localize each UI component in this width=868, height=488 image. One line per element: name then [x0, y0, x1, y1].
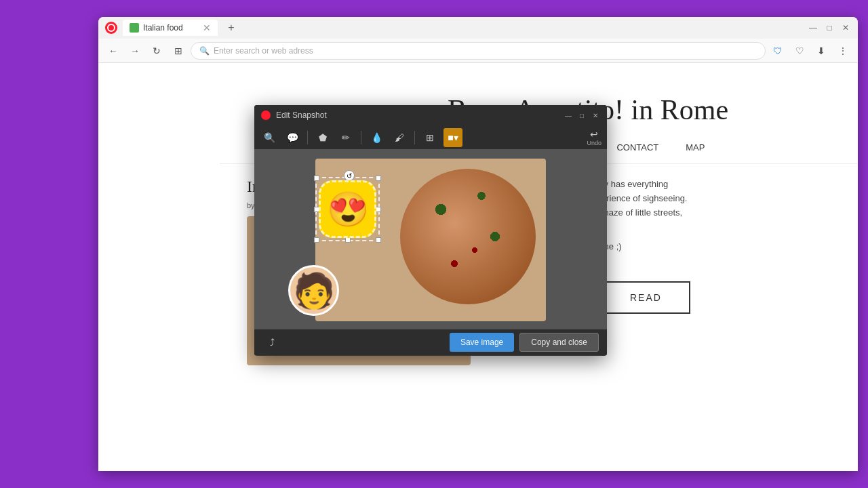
- dialog-opera-logo: [261, 110, 271, 120]
- tab-favicon: [130, 23, 139, 33]
- toolbar-separator-2: [361, 131, 361, 144]
- undo-btn[interactable]: ↩: [590, 129, 598, 140]
- handle-top-right[interactable]: [376, 176, 381, 181]
- handle-bottom-left[interactable]: [314, 237, 319, 243]
- window-controls: — □ ✕: [808, 22, 851, 33]
- close-btn[interactable]: ✕: [840, 22, 851, 33]
- person-face: 🧑: [293, 271, 335, 310]
- back-btn[interactable]: ←: [104, 41, 123, 60]
- pizza-circle: [400, 169, 536, 304]
- handle-mid-right[interactable]: [376, 207, 381, 212]
- dialog-titlebar: Edit Snapshot — □ ✕: [254, 105, 607, 125]
- address-bar[interactable]: 🔍 Enter search or web adress: [191, 42, 766, 60]
- brush-tool-btn[interactable]: 🖌: [390, 128, 409, 147]
- save-image-btn[interactable]: Save image: [450, 333, 514, 352]
- dialog-canvas[interactable]: ↺ 😍 🧑: [254, 150, 607, 329]
- footer-buttons: Save image Copy and close: [450, 333, 599, 352]
- shield-icon: 🛡: [768, 41, 787, 60]
- browser-tab[interactable]: Italian food ✕: [123, 20, 218, 36]
- bookmark-icon[interactable]: ♡: [790, 41, 809, 60]
- handle-bottom-mid[interactable]: [345, 237, 351, 243]
- snapshot-dialog: Edit Snapshot — □ ✕ 🔍 💬 ⬟ ✏ 💧 🖌 ⊞ ■▾ ↩ U…: [254, 105, 607, 356]
- share-btn[interactable]: ⤴: [262, 333, 281, 352]
- nav-item-map[interactable]: MAP: [686, 140, 705, 157]
- handle-bottom-right[interactable]: [376, 237, 381, 243]
- dialog-maximize-btn[interactable]: □: [577, 110, 587, 120]
- speech-tool-btn[interactable]: 💬: [283, 128, 302, 147]
- article-body: ty has everything erience of sighseeing.…: [601, 178, 858, 220]
- rotate-handle[interactable]: ↺: [344, 170, 355, 181]
- share-icon: ⤴: [270, 337, 275, 348]
- handle-top-left[interactable]: [314, 176, 319, 181]
- toolbar-separator-1: [307, 131, 308, 144]
- read-button[interactable]: READ: [601, 281, 690, 314]
- nav-toolbar: ← → ↻ ⊞ 🔍 Enter search or web adress 🛡 ♡…: [98, 39, 858, 63]
- person-sticker[interactable]: 🧑: [288, 265, 339, 316]
- pizza-toppings: [400, 169, 536, 304]
- undo-group: ↩ Undo: [587, 129, 601, 146]
- dialog-window-controls: — □ ✕: [564, 110, 600, 120]
- address-text: Enter search or web adress: [214, 46, 313, 56]
- dialog-close-btn[interactable]: ✕: [591, 110, 600, 120]
- toolbar-separator-3: [414, 131, 415, 144]
- article-right: ty has everything erience of sighseeing.…: [588, 178, 858, 365]
- article-extra: me ;): [601, 240, 858, 254]
- title-bar: Italian food ✕ + — □ ✕: [98, 17, 858, 39]
- toolbar-right: 🛡 ♡ ⬇ ⋮: [768, 41, 852, 60]
- color-picker-btn[interactable]: ■▾: [443, 128, 462, 147]
- maximize-btn[interactable]: □: [824, 22, 835, 33]
- magnify-tool-btn[interactable]: 🔍: [260, 128, 279, 147]
- emoji-sticker[interactable]: 😍: [319, 180, 376, 238]
- search-icon: 🔍: [199, 46, 210, 56]
- pencil-tool-btn[interactable]: ✏: [336, 128, 355, 147]
- lasso-tool-btn[interactable]: ⬟: [313, 128, 332, 147]
- dialog-footer: ⤴ Save image Copy and close: [254, 329, 607, 355]
- undo-label: Undo: [587, 140, 601, 146]
- dialog-title: Edit Snapshot: [276, 110, 558, 120]
- refresh-btn[interactable]: ↻: [147, 41, 166, 60]
- copy-close-btn[interactable]: Copy and close: [519, 333, 599, 352]
- dropper-tool-btn[interactable]: 💧: [367, 128, 386, 147]
- dialog-toolbar: 🔍 💬 ⬟ ✏ 💧 🖌 ⊞ ■▾ ↩ Undo: [254, 125, 607, 150]
- dialog-minimize-btn[interactable]: —: [564, 110, 573, 120]
- tab-close-btn[interactable]: ✕: [203, 22, 211, 33]
- nav-item-contact[interactable]: CONTACT: [616, 140, 658, 157]
- tab-title: Italian food: [143, 23, 183, 33]
- new-tab-btn[interactable]: +: [223, 20, 239, 36]
- download-icon[interactable]: ⬇: [812, 41, 831, 60]
- menu-icon[interactable]: ⋮: [833, 41, 852, 60]
- forward-btn[interactable]: →: [125, 41, 144, 60]
- opera-logo: [105, 22, 117, 34]
- grid-btn[interactable]: ⊞: [169, 41, 188, 60]
- crop-tool-btn[interactable]: ⊞: [420, 128, 439, 147]
- minimize-btn[interactable]: —: [808, 22, 818, 33]
